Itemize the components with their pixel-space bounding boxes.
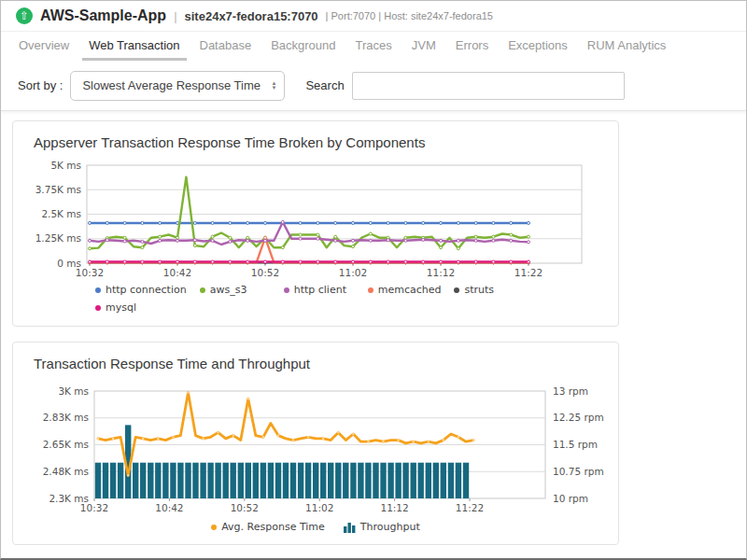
throughput-bar [155, 463, 161, 498]
throughput-bar [170, 463, 176, 498]
throughput-bar [103, 463, 108, 498]
legend-ring-icon [454, 287, 459, 293]
tab-traces[interactable]: Traces [349, 32, 399, 61]
components-chart-title: Appserver Transaction Response Time Brok… [34, 134, 618, 150]
throughput-bar [207, 463, 213, 498]
throughput-bar [448, 463, 454, 498]
svg-text:10:32: 10:32 [76, 267, 104, 278]
legend-item-avg-response-time[interactable]: Avg. Response Time [211, 521, 325, 533]
legend-label: Throughput [360, 521, 420, 533]
sort-by-selected-value: Slowest Average Response Time [82, 78, 261, 92]
throughput-bar [148, 463, 153, 498]
svg-text:10:42: 10:42 [163, 267, 191, 278]
svg-text:1.25K ms: 1.25K ms [35, 232, 81, 244]
tab-rum-analytics[interactable]: RUM Analytics [581, 32, 673, 61]
throughput-bar [140, 463, 146, 498]
svg-text:3K ms: 3K ms [58, 385, 89, 397]
throughput-bar [365, 463, 371, 498]
svg-text:10:52: 10:52 [231, 502, 259, 513]
throughput-bar [298, 463, 303, 498]
throughput-bar [275, 463, 281, 498]
legend-item-mysql[interactable]: mysql [95, 301, 166, 314]
throughput-bar [350, 463, 356, 498]
legend-label: memcached [378, 284, 442, 296]
throughput-bar [411, 463, 416, 498]
legend-item-memcached[interactable]: memcached [368, 284, 442, 296]
tab-background[interactable]: Background [264, 32, 342, 61]
svg-text:10 rpm: 10 rpm [553, 493, 588, 504]
throughput-bar [253, 463, 259, 498]
svg-text:11:22: 11:22 [456, 502, 484, 513]
legend-item-aws_s3[interactable]: aws_s3 [200, 284, 271, 296]
svg-text:11:02: 11:02 [339, 267, 367, 278]
throughput-bar [290, 463, 296, 498]
svg-text:10.75 rpm: 10.75 rpm [553, 466, 604, 477]
throughput-bar [380, 463, 386, 498]
throughput-bar [402, 463, 408, 498]
legend-item-struts[interactable]: struts [454, 284, 525, 296]
legend-ring-icon [95, 305, 101, 311]
svg-text:11:12: 11:12 [380, 502, 408, 513]
throughput-bar [395, 463, 401, 498]
svg-text:2.83K ms: 2.83K ms [43, 412, 89, 423]
tab-exceptions[interactable]: Exceptions [501, 32, 574, 61]
throughput-bar [441, 463, 446, 498]
throughput-bar [328, 463, 333, 498]
throughput-bar [388, 463, 393, 498]
search-label: Search [305, 78, 344, 92]
components-line-chart[interactable]: 0 ms1.25K ms2.5K ms3.75K ms5K ms10:3210:… [13, 156, 611, 279]
response-throughput-chart-title: Transaction Response Time and Throughput [34, 356, 618, 371]
throughput-bar [238, 463, 244, 498]
legend-ring-icon [368, 287, 374, 293]
throughput-bar [110, 463, 116, 498]
throughput-bar [463, 463, 469, 498]
throughput-bar [215, 463, 220, 498]
svg-text:10:32: 10:32 [80, 502, 108, 513]
instance-name: site24x7-fedora15:7070 [185, 9, 318, 23]
tab-web-transaction[interactable]: Web Transaction [82, 32, 186, 61]
tab-bar: OverviewWeb TransactionDatabaseBackgroun… [1, 31, 746, 61]
legend-ring-icon [200, 287, 205, 293]
header-separator: | [174, 9, 176, 23]
throughput-bar [246, 463, 251, 498]
svg-text:3.75K ms: 3.75K ms [35, 184, 81, 195]
throughput-bar [268, 463, 274, 498]
throughput-bar [373, 463, 378, 498]
legend-item-http-connection[interactable]: http connection [95, 284, 187, 296]
throughput-bar [185, 463, 190, 498]
throughput-bar [200, 463, 205, 498]
throughput-bar [133, 463, 138, 498]
svg-text:11:02: 11:02 [305, 502, 333, 513]
throughput-bar [426, 463, 431, 498]
content-area: Appserver Transaction Response Time Brok… [1, 111, 746, 545]
legend-item-throughput[interactable]: Throughput [344, 521, 420, 533]
legend-label: aws_s3 [210, 284, 247, 296]
legend-label: http connection [106, 284, 187, 296]
svg-text:13 rpm: 13 rpm [553, 385, 588, 397]
apm-app-page: ⇧ AWS-Sample-App | site24x7-fedora15:707… [0, 0, 747, 560]
tab-overview[interactable]: Overview [12, 32, 76, 61]
select-updown-icon: ▲▼ [271, 81, 276, 91]
throughput-bar [433, 463, 439, 498]
components-response-time-card: Appserver Transaction Response Time Brok… [12, 120, 619, 327]
svg-text:11.5 rpm: 11.5 rpm [553, 439, 598, 450]
svg-text:12.25 rpm: 12.25 rpm [553, 412, 604, 423]
components-chart-legend: http connectionaws_s3http clientmemcache… [95, 281, 567, 316]
tab-database[interactable]: Database [193, 32, 259, 61]
throughput-bar [223, 463, 229, 498]
throughput-bar [305, 463, 311, 498]
bar-chart-icon [344, 522, 356, 533]
arrow-up-circle-icon: ⇧ [16, 7, 33, 24]
throughput-bar [231, 463, 236, 498]
search-input[interactable] [352, 72, 625, 100]
sort-by-select[interactable]: Slowest Average Response Time ▲▼ [70, 71, 285, 101]
throughput-bar [261, 463, 266, 498]
app-header: ⇧ AWS-Sample-App | site24x7-fedora15:707… [1, 1, 746, 31]
throughput-bar [320, 463, 326, 498]
tab-errors[interactable]: Errors [449, 32, 495, 61]
response-throughput-chart[interactable]: 2.3K ms10 rpm2.48K ms10.75 rpm2.65K ms11… [13, 377, 611, 517]
tab-jvm[interactable]: JVM [405, 32, 443, 61]
throughput-bar [283, 463, 289, 498]
legend-label: struts [464, 284, 494, 296]
legend-item-http-client[interactable]: http client [284, 284, 355, 296]
